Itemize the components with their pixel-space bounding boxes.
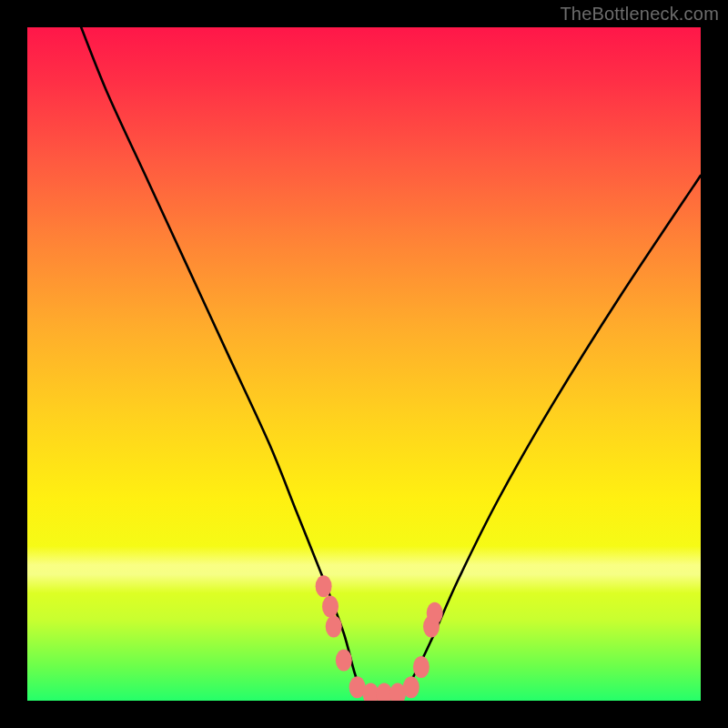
- bottleneck-curve-line: [81, 27, 701, 695]
- curve-svg: [27, 27, 701, 701]
- curve-marker: [326, 616, 342, 638]
- curve-markers: [316, 575, 443, 701]
- plot-area: [27, 27, 701, 701]
- curve-marker: [336, 650, 352, 672]
- chart-frame: TheBottleneck.com: [0, 0, 728, 728]
- curve-marker: [403, 676, 420, 698]
- curve-marker: [322, 595, 339, 617]
- watermark-text: TheBottleneck.com: [560, 4, 719, 25]
- curve-marker: [413, 656, 430, 678]
- curve-marker: [316, 575, 332, 597]
- curve-marker: [427, 602, 443, 624]
